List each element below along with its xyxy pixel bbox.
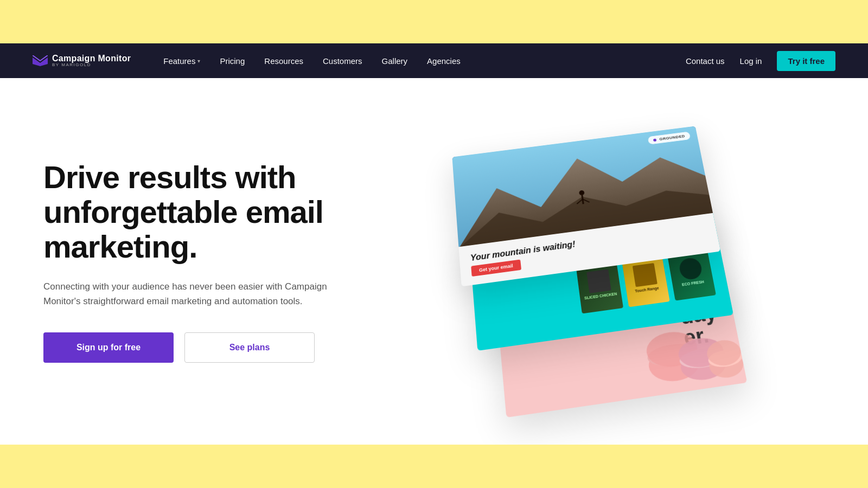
- nav-right: Contact us Log in Try it free: [686, 51, 835, 71]
- nav-features[interactable]: Features ▾: [163, 56, 200, 66]
- nav-gallery[interactable]: Gallery: [382, 56, 408, 66]
- product-image-1: [586, 269, 611, 293]
- top-banner: [0, 0, 868, 43]
- hero-title: Drive results with unforgettable email m…: [43, 160, 391, 264]
- nav-login[interactable]: Log in: [740, 56, 762, 66]
- try-free-button[interactable]: Try it free: [777, 51, 835, 71]
- navbar: Campaign Monitor by MARIGOLD Features ▾ …: [0, 43, 868, 78]
- logo-title: Campaign Monitor: [52, 54, 131, 63]
- bottom-banner: [0, 445, 868, 488]
- hero-left: Drive results with unforgettable email m…: [43, 160, 391, 363]
- nav-agencies[interactable]: Agencies: [427, 56, 461, 66]
- nav-links: Features ▾ Pricing Resources Customers G…: [163, 56, 686, 66]
- chevron-down-icon: ▾: [197, 58, 200, 64]
- nav-customers[interactable]: Customers: [323, 56, 362, 66]
- campaign-monitor-logo-icon: [33, 55, 48, 66]
- hero-subtitle: Connecting with your audience has never …: [43, 279, 347, 309]
- hero-buttons: Sign up for free See plans: [43, 332, 391, 363]
- main-content: Drive results with unforgettable email m…: [0, 78, 868, 445]
- nav-contact[interactable]: Contact us: [686, 56, 725, 66]
- logo-text: Campaign Monitor by MARIGOLD: [52, 54, 131, 67]
- see-plans-button[interactable]: See plans: [184, 332, 315, 363]
- badge-dot: [653, 138, 656, 142]
- hero-right: day er. Products: [391, 78, 825, 445]
- logo[interactable]: Campaign Monitor by MARIGOLD: [33, 54, 131, 67]
- logo-subtitle: by MARIGOLD: [52, 63, 131, 67]
- email-cards-stack: day er. Products: [442, 121, 792, 424]
- nav-pricing[interactable]: Pricing: [220, 56, 245, 66]
- signup-button[interactable]: Sign up for free: [43, 332, 174, 363]
- nav-resources[interactable]: Resources: [264, 56, 303, 66]
